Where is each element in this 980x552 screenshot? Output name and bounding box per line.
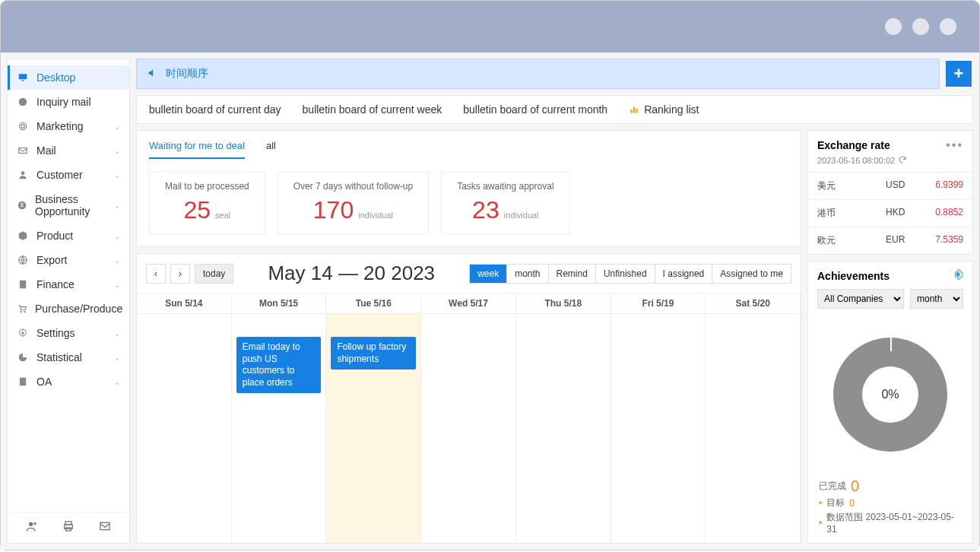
task-card-unit: individual bbox=[504, 211, 539, 220]
task-card[interactable]: Mail to be processed25seal bbox=[149, 171, 265, 234]
calendar-day-column[interactable] bbox=[516, 314, 611, 543]
completed-value: 0 bbox=[851, 477, 859, 495]
sidebar-item-settings[interactable]: Settings⌄ bbox=[8, 321, 129, 345]
sidebar-item-business-opportunity[interactable]: $Business Opportunity⌄ bbox=[8, 187, 129, 224]
chevron-down-icon: ⌄ bbox=[114, 201, 120, 210]
sidebar-item-label: Finance bbox=[36, 278, 75, 290]
currency-code: USD bbox=[855, 179, 935, 192]
target-label: 目标 bbox=[826, 496, 845, 509]
calendar-day-column[interactable] bbox=[421, 314, 516, 543]
tab-all[interactable]: all bbox=[266, 140, 276, 159]
target-icon bbox=[17, 120, 29, 132]
sidebar-item-label: Business Opportunity bbox=[35, 193, 106, 217]
chevron-down-icon: ⌄ bbox=[114, 378, 120, 386]
bulletin-tab[interactable]: bulletin board of current week bbox=[303, 103, 442, 116]
calendar-event[interactable]: Follow up factory shipments bbox=[331, 337, 416, 370]
calendar-view-remind[interactable]: Remind bbox=[548, 265, 595, 283]
exchange-row: 美元USD6.9399 bbox=[808, 172, 972, 199]
currency-rate: 0.8852 bbox=[935, 207, 963, 220]
window-button[interactable] bbox=[940, 18, 956, 35]
calendar-day-column[interactable] bbox=[137, 314, 232, 543]
calendar-view-week[interactable]: week bbox=[470, 265, 506, 283]
sidebar-item-customer[interactable]: Customer⌄ bbox=[8, 163, 129, 187]
svg-point-4 bbox=[21, 125, 25, 128]
calendar-panel: ‹ › today May 14 — 20 2023 weekmonthRemi… bbox=[136, 253, 801, 544]
company-select[interactable]: All Companies bbox=[817, 289, 904, 309]
calc-icon bbox=[17, 278, 29, 290]
window-button[interactable] bbox=[885, 18, 902, 35]
user-add-icon[interactable] bbox=[26, 520, 38, 535]
exchange-row: 港币HKD0.8852 bbox=[808, 199, 972, 227]
svg-point-13 bbox=[21, 332, 24, 335]
more-icon[interactable]: ••• bbox=[946, 138, 963, 152]
sidebar-item-label: Settings bbox=[36, 327, 75, 339]
print-icon[interactable] bbox=[62, 520, 75, 535]
calendar-next-button[interactable]: › bbox=[170, 264, 190, 284]
desktop-icon bbox=[17, 71, 29, 84]
chevron-down-icon: ⌄ bbox=[114, 122, 120, 131]
svg-rect-10 bbox=[20, 281, 26, 289]
calendar-today-button[interactable]: today bbox=[195, 264, 233, 284]
calendar-day-column[interactable]: Follow up factory shipments bbox=[326, 314, 421, 543]
sidebar-item-desktop[interactable]: Desktop bbox=[8, 65, 129, 90]
achievements-donut-chart: 0% bbox=[833, 338, 947, 452]
calendar-day-header: Thu 5/18 bbox=[516, 293, 611, 314]
calendar-view-i-assigned[interactable]: I assigned bbox=[655, 265, 712, 283]
bulletin-tab[interactable]: bulletin board of current month bbox=[463, 103, 607, 116]
tab-waiting[interactable]: Waiting for me to deal bbox=[149, 140, 245, 159]
task-card[interactable]: Over 7 days without follow-up170individu… bbox=[278, 171, 429, 234]
sidebar-item-export[interactable]: Export⌄ bbox=[8, 248, 129, 272]
calendar-day-column[interactable]: Email today to push US customers to plac… bbox=[232, 314, 327, 543]
sidebar-item-product[interactable]: Product⌄ bbox=[8, 224, 129, 248]
calendar-view-month[interactable]: month bbox=[506, 265, 547, 283]
chevron-down-icon: ⌄ bbox=[114, 232, 120, 240]
add-button[interactable]: + bbox=[946, 61, 972, 87]
calendar-prev-button[interactable]: ‹ bbox=[146, 264, 166, 284]
sidebar-item-statistical[interactable]: Statistical⌄ bbox=[8, 345, 129, 370]
calendar-view-assigned-to-me[interactable]: Assigned to me bbox=[712, 265, 791, 283]
completed-label: 已完成 bbox=[819, 480, 846, 493]
period-select[interactable]: month bbox=[910, 289, 963, 309]
sidebar-item-label: Marketing bbox=[36, 120, 83, 132]
svg-point-2 bbox=[19, 98, 27, 106]
calendar-day-header: Sun 5/14 bbox=[137, 293, 232, 314]
mail-icon bbox=[17, 144, 29, 157]
sidebar-item-label: OA bbox=[36, 376, 52, 388]
donut-percent: 0% bbox=[862, 366, 918, 423]
sidebar-item-inquiry-mail[interactable]: Inquiry mail bbox=[8, 90, 129, 114]
notice-bar: 时间顺序 bbox=[136, 59, 940, 89]
sidebar-item-label: Product bbox=[36, 230, 73, 242]
sidebar-item-finance[interactable]: Finance⌄ bbox=[8, 272, 129, 297]
calendar-day-column[interactable] bbox=[611, 314, 706, 543]
sidebar-item-mail[interactable]: Mail⌄ bbox=[8, 138, 129, 163]
chart-icon bbox=[17, 351, 29, 363]
calendar-day-column[interactable] bbox=[706, 314, 801, 543]
bulletin-tab[interactable]: bulletin board of current day bbox=[149, 103, 281, 116]
inbox-icon bbox=[17, 96, 29, 108]
mail-icon[interactable] bbox=[99, 520, 111, 535]
ranking-tab[interactable]: Ranking list bbox=[629, 103, 699, 116]
currency-code: HKD bbox=[855, 207, 935, 220]
task-card[interactable]: Tasks awaiting approval23individual bbox=[441, 171, 569, 234]
tasks-panel: Waiting for me to deal all Mail to be pr… bbox=[136, 130, 801, 247]
sidebar-item-label: Desktop bbox=[36, 71, 75, 84]
svg-rect-5 bbox=[19, 148, 27, 154]
gear-icon[interactable] bbox=[953, 269, 963, 283]
svg-text:$: $ bbox=[21, 202, 24, 208]
refresh-icon[interactable] bbox=[898, 155, 907, 166]
calendar-view-unfinished[interactable]: Unfinished bbox=[595, 265, 655, 283]
currency-cn: 港币 bbox=[817, 207, 855, 220]
sidebar-item-purchase-produce[interactable]: Purchase/Produce bbox=[8, 297, 129, 321]
sidebar-item-marketing[interactable]: Marketing⌄ bbox=[8, 114, 129, 138]
chevron-down-icon: ⌄ bbox=[114, 354, 120, 362]
currency-cn: 欧元 bbox=[817, 234, 855, 247]
task-card-title: Over 7 days without follow-up bbox=[293, 181, 413, 192]
sidebar-item-oa[interactable]: OA⌄ bbox=[8, 370, 129, 394]
calendar-event[interactable]: Email today to push US customers to plac… bbox=[236, 337, 322, 393]
sidebar-item-label: Purchase/Produce bbox=[35, 303, 122, 315]
doc-icon bbox=[17, 376, 29, 388]
window-button[interactable] bbox=[912, 18, 929, 35]
currency-code: EUR bbox=[855, 234, 935, 247]
sidebar-item-label: Customer bbox=[36, 169, 83, 181]
calendar-day-header: Mon 5/15 bbox=[232, 293, 327, 314]
